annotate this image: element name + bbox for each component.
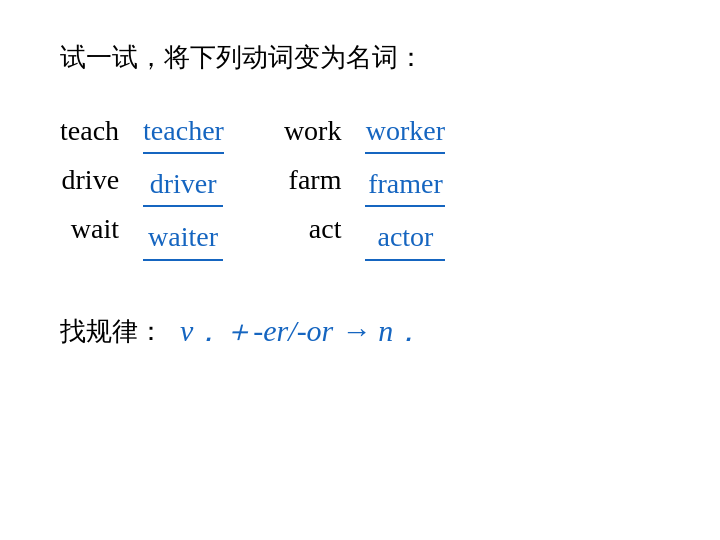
answer-words-2: worker framer actor xyxy=(365,111,445,261)
answer-words-1: teacher driver waiter xyxy=(143,111,224,261)
answer-word-framer: framer xyxy=(365,164,445,207)
exercise-area: teach drive wait teacher driver waiter w… xyxy=(60,111,660,261)
base-word-teach: teach xyxy=(60,111,119,150)
base-word-act: act xyxy=(309,209,342,248)
base-word-drive: drive xyxy=(62,160,120,199)
word-group-2: work farm act worker framer actor xyxy=(284,111,446,261)
base-word-work: work xyxy=(284,111,342,150)
rule-area: 找规律： v．＋-er/-or → n． xyxy=(60,311,660,352)
base-word-wait: wait xyxy=(71,209,119,248)
page: 试一试，将下列动词变为名词： teach drive wait teacher … xyxy=(0,0,720,540)
answer-word-teacher: teacher xyxy=(143,111,224,154)
answer-word-worker: worker xyxy=(365,111,445,154)
word-group-1: teach drive wait teacher driver waiter xyxy=(60,111,224,261)
base-words-1: teach drive wait xyxy=(60,111,119,249)
answer-word-driver: driver xyxy=(143,164,223,207)
base-words-2: work farm act xyxy=(284,111,342,249)
answer-word-actor: actor xyxy=(365,217,445,260)
page-title: 试一试，将下列动词变为名词： xyxy=(60,40,660,75)
answer-word-waiter: waiter xyxy=(143,217,223,260)
base-word-farm: farm xyxy=(289,160,342,199)
rule-label: 找规律： xyxy=(60,314,164,349)
rule-formula: v．＋-er/-or → n． xyxy=(180,311,423,352)
